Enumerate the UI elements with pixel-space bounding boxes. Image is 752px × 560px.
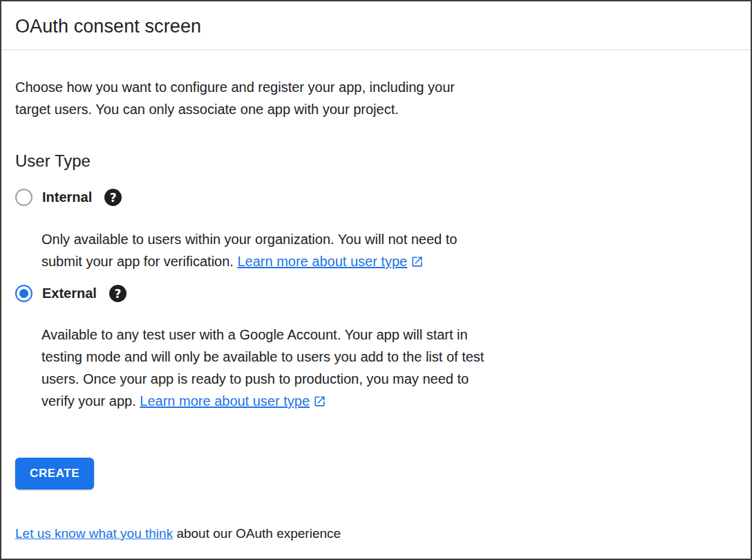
radio-option-internal[interactable]: Internal ? <box>15 189 737 206</box>
header-divider <box>1 49 751 50</box>
oauth-consent-panel: OAuth consent screen Choose how you want… <box>0 0 752 560</box>
page-title: OAuth consent screen <box>15 16 737 37</box>
learn-more-link-internal-label: Learn more about user type <box>237 254 407 269</box>
feedback-link[interactable]: Let us know what you think <box>15 526 173 541</box>
help-icon[interactable]: ? <box>109 285 126 302</box>
radio-button-external-icon-selected[interactable] <box>15 285 32 302</box>
radio-label-internal[interactable]: Internal <box>42 189 92 205</box>
panel-body: Choose how you want to configure and reg… <box>1 76 751 542</box>
learn-more-link-external[interactable]: Learn more about user type <box>140 393 326 409</box>
open-in-new-icon <box>313 395 326 408</box>
section-heading-user-type: User Type <box>15 151 737 171</box>
radio-option-external[interactable]: External ? <box>15 285 737 302</box>
radio-label-external[interactable]: External <box>42 286 97 301</box>
radio-button-internal-icon[interactable] <box>15 189 32 206</box>
panel-header: OAuth consent screen <box>1 1 751 37</box>
intro-text: Choose how you want to configure and reg… <box>15 76 610 120</box>
learn-more-link-external-label: Learn more about user type <box>140 393 310 409</box>
feedback-text: about our OAuth experience <box>173 526 341 541</box>
option-description-internal: Only available to users within your orga… <box>41 228 636 272</box>
create-button[interactable]: CREATE <box>15 458 94 489</box>
option-description-external: Available to any test user with a Google… <box>41 324 636 412</box>
feedback-line: Let us know what you think about our OAu… <box>15 525 737 542</box>
open-in-new-icon <box>411 255 424 268</box>
learn-more-link-internal[interactable]: Learn more about user type <box>237 254 424 269</box>
help-icon[interactable]: ? <box>104 189 122 206</box>
